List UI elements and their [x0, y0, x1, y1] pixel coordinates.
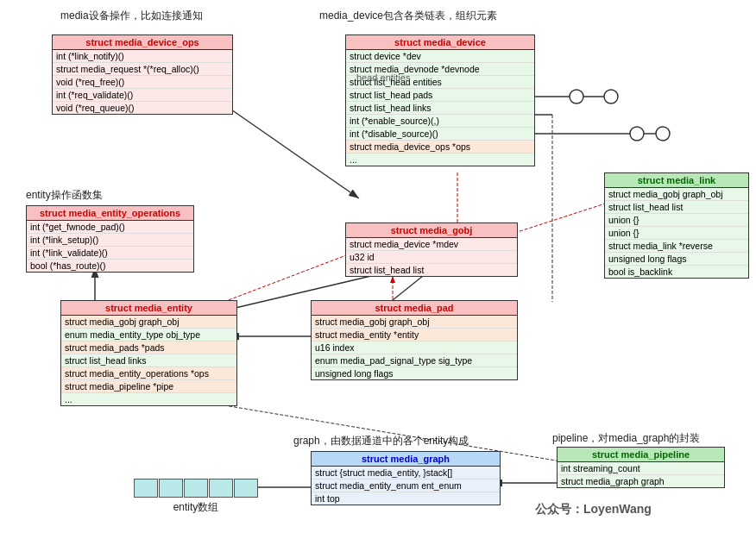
field-pad-flags: unsigned long flags: [312, 367, 517, 379]
diagram-container: media设备操作，比如连接通知 media_device包含各类链表，组织元素…: [0, 0, 756, 539]
field-pad-index: u16 index: [312, 342, 517, 354]
struct-media-device-ops-header: struct media_device_ops: [53, 35, 232, 50]
field-req-validate: int (*req_validate)(): [53, 89, 232, 102]
array-cell-2: [159, 479, 183, 498]
struct-media-entity: struct media_entity struct media_gobj gr…: [60, 300, 237, 406]
svg-point-16: [656, 127, 670, 141]
field-graph-stack: struct {struct media_entity, }stack[]: [312, 467, 500, 479]
array-cell-1: [134, 479, 158, 498]
field-graph-top: int top: [312, 492, 500, 505]
field-req-alloc: struct media_request *(*req_alloc)(): [53, 63, 232, 76]
field-pipeline-graph: struct media_graph graph: [558, 475, 724, 487]
field-gobj-id: u32 id: [346, 251, 517, 264]
field-enable-source: int (*enable_source)(,): [346, 115, 534, 128]
field-gobj-mdev: struct media_device *mdev: [346, 238, 517, 251]
field-gobj-list: struct list_head list: [346, 264, 517, 276]
field-entity-graph-obj: struct media_gobj graph_obj: [61, 316, 236, 329]
field-link-setup: int (*link_setup)(): [27, 234, 193, 247]
struct-media-pipeline-header: struct media_pipeline: [558, 448, 724, 462]
svg-point-6: [570, 90, 583, 103]
annotation-entity-ops: entity操作函数集: [26, 188, 103, 203]
field-has-route: bool (*has_route)(): [27, 260, 193, 272]
struct-media-entity-header: struct media_entity: [61, 301, 236, 316]
field-pad-graph-obj: struct media_gobj graph_obj: [312, 316, 517, 329]
field-dev: struct device *dev: [346, 50, 534, 63]
svg-line-3: [229, 108, 359, 198]
field-get-fwnode-pad: int (*get_fwnode_pad)(): [27, 221, 193, 234]
struct-media-device-ops: struct media_device_ops int (*link_notif…: [52, 34, 233, 115]
field-entity-pads: struct media_pads *pads: [61, 342, 236, 354]
field-entity-ops: struct media_entity_operations *ops: [61, 367, 236, 380]
struct-media-pad: struct media_pad struct media_gobj graph…: [311, 300, 518, 380]
struct-media-graph: struct media_graph struct {struct media_…: [311, 451, 501, 505]
struct-media-link: struct media_link struct media_gobj grap…: [604, 172, 749, 279]
struct-media-link-header: struct media_link: [605, 173, 748, 188]
svg-point-8: [604, 90, 618, 103]
field-link-reverse: struct media_link *reverse: [605, 240, 748, 253]
field-entity-pipe: struct media_pipeline *pipe: [61, 380, 236, 393]
field-link-validate: int (*link_validate)(): [27, 247, 193, 260]
entity-array-cells: [134, 479, 258, 498]
array-cell-4: [209, 479, 233, 498]
struct-media-pad-header: struct media_pad: [312, 301, 517, 316]
struct-media-graph-header: struct media_graph: [312, 452, 500, 467]
entity-array-label-area: entity数组: [134, 479, 258, 515]
watermark: 公众号：LoyenWang: [535, 502, 652, 517]
field-disable-source: int (*disable_source)(): [346, 128, 534, 141]
struct-media-device-header: struct media_device: [346, 35, 534, 50]
array-cell-5: [234, 479, 258, 498]
entity-array-label: entity数组: [134, 500, 258, 515]
field-entity-links: struct list_head links: [61, 354, 236, 367]
field-pad-sig-type: enum media_pad_signal_type sig_type: [312, 354, 517, 367]
field-ellipsis: ...: [346, 154, 534, 166]
field-req-queue: void (*req_queue)(): [53, 102, 232, 114]
field-link-backlink: bool is_backlink: [605, 266, 748, 278]
field-entity-ellipsis: ...: [61, 393, 236, 405]
struct-media-entity-operations: struct media_entity_operations int (*get…: [26, 205, 194, 273]
annotation-media-graph: graph，由数据通道中的各个entity构成: [293, 434, 469, 448]
annotation-media-device: media_device包含各类链表，组织元素: [319, 9, 497, 23]
annotation-head-entities: head entities: [356, 72, 410, 83]
field-link-list: struct list_head list: [605, 201, 748, 214]
svg-point-14: [630, 127, 644, 141]
field-pads: struct list_head pads: [346, 89, 534, 102]
field-pad-entity: struct media_entity *entity: [312, 329, 517, 342]
annotation-media-pipeline: pipeline，对media_graph的封装: [552, 431, 700, 446]
field-link-flags: unsigned long flags: [605, 253, 748, 266]
field-link-notify: int (*link_notify)(): [53, 50, 232, 63]
field-link-union1: union {}: [605, 214, 748, 227]
field-ops: struct media_device_ops *ops: [346, 141, 534, 154]
field-links: struct list_head links: [346, 102, 534, 115]
struct-media-gobj-header: struct media_gobj: [346, 223, 517, 238]
struct-media-pipeline: struct media_pipeline int streaming_coun…: [557, 447, 725, 488]
struct-media-gobj: struct media_gobj struct media_device *m…: [345, 222, 518, 277]
field-entity-obj-type: enum media_entity_type obj_type: [61, 329, 236, 342]
field-link-graph-obj: struct media_gobj graph_obj: [605, 188, 748, 201]
annotation-media-device-ops: media设备操作，比如连接通知: [60, 9, 203, 23]
array-cell-3: [184, 479, 208, 498]
field-pipeline-streaming: int streaming_count: [558, 462, 724, 475]
struct-media-device: struct media_device struct device *dev s…: [345, 34, 535, 166]
field-req-free: void (*req_free)(): [53, 76, 232, 89]
field-graph-ent-enum: struct media_entity_enum ent_enum: [312, 479, 500, 492]
field-link-union2: union {}: [605, 227, 748, 240]
struct-media-entity-ops-header: struct media_entity_operations: [27, 206, 193, 221]
